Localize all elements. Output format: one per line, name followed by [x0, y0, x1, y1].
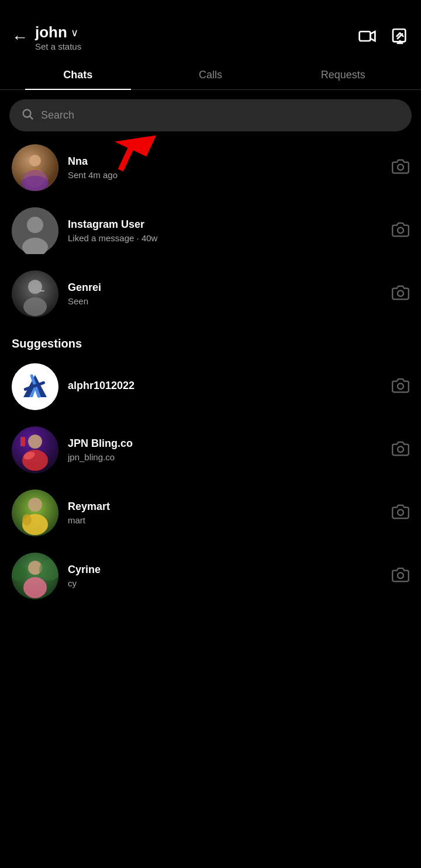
search-container: Search	[0, 90, 421, 136]
svg-point-14	[398, 164, 403, 170]
avatar-reymart	[12, 489, 58, 536]
chat-preview-genrei: Seen	[68, 296, 382, 306]
chat-name-instagram: Instagram User	[68, 218, 382, 231]
header-left: ← john ∨ Set a status	[12, 23, 81, 51]
user-info: john ∨ Set a status	[35, 23, 81, 51]
chat-preview-nna: Sent 4m ago	[68, 170, 382, 180]
chat-preview-cyrine: cy	[68, 578, 382, 588]
chat-info-cyrine: Cyrine cy	[68, 564, 382, 588]
camera-icon-cyrine[interactable]	[392, 566, 409, 586]
chat-item-nna[interactable]: Nna Sent 4m ago	[0, 136, 421, 199]
header: ← john ∨ Set a status	[0, 0, 421, 61]
svg-point-18	[398, 227, 403, 233]
svg-line-7	[30, 116, 33, 119]
svg-rect-22	[40, 290, 44, 291]
avatar-cyrine	[12, 553, 58, 599]
svg-point-40	[398, 509, 403, 515]
suggestion-item-cyrine[interactable]: Cyrine cy	[0, 544, 421, 607]
camera-icon-nna[interactable]	[392, 158, 409, 178]
svg-point-32	[22, 450, 48, 471]
suggestions-list: alphr1012022	[0, 355, 421, 607]
search-bar[interactable]: Search	[9, 99, 412, 131]
svg-point-46	[398, 572, 403, 578]
user-name: john	[35, 23, 67, 41]
chat-info-reymart: Reymart mart	[68, 501, 382, 525]
chat-info-jpn: JPN Bling.co jpn_bling.co	[68, 438, 382, 462]
user-name-row[interactable]: john ∨	[35, 23, 81, 41]
chevron-down-icon: ∨	[71, 26, 78, 39]
tab-chats[interactable]: Chats	[12, 61, 144, 89]
chat-name-reymart: Reymart	[68, 501, 382, 513]
chat-item-genrei[interactable]: Genrei Seen	[0, 262, 421, 325]
chat-name-genrei: Genrei	[68, 282, 382, 294]
status-text[interactable]: Set a status	[35, 41, 81, 51]
svg-point-29	[398, 383, 403, 389]
svg-point-43	[23, 577, 47, 598]
chat-info-genrei: Genrei Seen	[68, 282, 382, 306]
chat-list: Nna Sent 4m ago Instagram User Liked a m…	[0, 136, 421, 325]
header-icons	[358, 27, 409, 48]
chat-preview-reymart: mart	[68, 515, 382, 525]
tabs: Chats Calls Requests	[0, 61, 421, 90]
chat-name-jpn: JPN Bling.co	[68, 438, 382, 450]
chat-preview-jpn: jpn_bling.co	[68, 452, 382, 462]
svg-point-37	[28, 498, 42, 512]
suggestion-item-reymart[interactable]: Reymart mart	[0, 481, 421, 544]
avatar-jpn	[12, 426, 58, 473]
suggestion-item-jpn[interactable]: JPN Bling.co jpn_bling.co	[0, 418, 421, 481]
avatar-genrei	[12, 270, 58, 317]
chat-info-alphr: alphr1012022	[68, 380, 382, 394]
svg-rect-34	[20, 437, 25, 446]
svg-point-35	[398, 446, 403, 452]
chat-preview-instagram: Liked a message · 40w	[68, 233, 382, 243]
avatar-nna	[12, 144, 58, 191]
suggestions-title: Suggestions	[0, 325, 421, 355]
camera-icon-instagram[interactable]	[392, 221, 409, 241]
svg-marker-1	[370, 32, 375, 41]
chat-info-nna: Nna Sent 4m ago	[68, 155, 382, 180]
chat-name-nna: Nna	[68, 155, 382, 168]
camera-icon-jpn[interactable]	[392, 440, 409, 460]
chat-name-cyrine: Cyrine	[68, 564, 382, 576]
svg-point-31	[28, 435, 42, 449]
svg-point-23	[398, 290, 403, 296]
svg-rect-2	[393, 29, 405, 41]
svg-point-20	[28, 280, 42, 294]
camera-icon-reymart[interactable]	[392, 503, 409, 523]
compose-icon[interactable]	[391, 27, 409, 48]
svg-point-16	[27, 217, 43, 233]
search-icon	[21, 107, 34, 123]
back-button[interactable]: ←	[12, 28, 28, 47]
avatar-alphr	[12, 363, 58, 410]
tab-calls[interactable]: Calls	[144, 61, 277, 89]
camera-icon-alphr[interactable]	[392, 377, 409, 397]
suggestion-item-alphr[interactable]: alphr1012022	[0, 355, 421, 418]
chat-item-instagram-user[interactable]: Instagram User Liked a message · 40w	[0, 199, 421, 262]
svg-point-39	[22, 514, 32, 526]
video-call-icon[interactable]	[358, 27, 377, 48]
svg-point-6	[23, 110, 31, 117]
svg-rect-0	[360, 32, 371, 41]
tab-requests[interactable]: Requests	[277, 61, 409, 89]
search-input[interactable]: Search	[41, 109, 74, 121]
camera-icon-genrei[interactable]	[392, 284, 409, 304]
svg-point-21	[23, 297, 47, 316]
avatar-instagram-user	[12, 207, 58, 254]
chat-name-alphr: alphr1012022	[68, 380, 382, 392]
svg-point-10	[29, 155, 41, 166]
chat-info-instagram: Instagram User Liked a message · 40w	[68, 218, 382, 243]
